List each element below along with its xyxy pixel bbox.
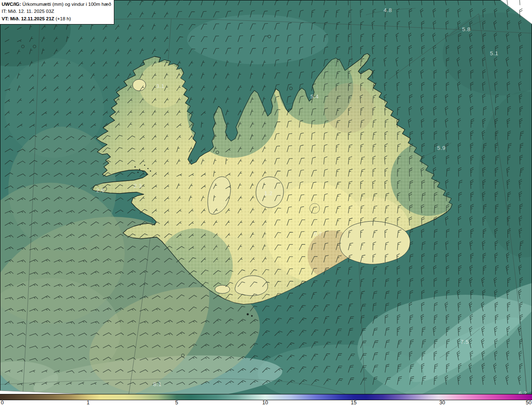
glacier-vatnajokull xyxy=(340,221,410,264)
colorbar-tick-label: 10 xyxy=(262,400,268,406)
product-id: UWC/IG: xyxy=(2,2,21,7)
weather-map-product: 4.85.85.13.15.45.92.32.61.20.77.58.16.2 … xyxy=(0,0,532,406)
contour-label: 1.2 xyxy=(264,190,273,196)
contour-label: 5.1 xyxy=(490,50,498,56)
valid-time-line: VT: Mið. 12.11.2025 21Z (+18 h) xyxy=(2,15,111,22)
contour-label: 2.3 xyxy=(134,183,142,189)
glacier-drangajokull xyxy=(133,79,146,91)
contour-label: 5.4 xyxy=(310,93,319,100)
contour-label: 6.2 xyxy=(519,390,527,394)
contour-label: 4.8 xyxy=(384,7,392,13)
contour-label: 5.9 xyxy=(437,145,446,151)
contour-label: 5.8 xyxy=(462,26,470,32)
product-description: Úrkomumætti (mm) og vindur i 100m hæð xyxy=(21,2,111,7)
init-time: IT: Mið. 12. 11. 2025 03Z xyxy=(2,8,111,15)
colorbar-labels: 01510153050 xyxy=(0,400,532,406)
title-box: UWC/IG: Úrkomumætti (mm) og vindur i 100… xyxy=(0,0,114,24)
glacier-eyjafjallajokull xyxy=(215,285,230,293)
colorbar-tick-label: 50 xyxy=(526,400,532,406)
valid-time: VT: Mið. 12.11.2025 21Z xyxy=(2,16,54,21)
weather-map-canvas: 4.85.85.13.15.45.92.32.61.20.77.58.16.2 xyxy=(0,0,532,394)
contour-label: 0.7 xyxy=(314,231,322,237)
colorbar-tick-label: 15 xyxy=(351,400,357,406)
precipitation-colorbar xyxy=(0,394,532,400)
lead-time: (+18 h) xyxy=(54,16,71,21)
contour-label: 8.1 xyxy=(153,381,162,387)
contour-label: 3.1 xyxy=(156,83,165,89)
colorbar-tick-label: 0 xyxy=(1,400,4,406)
title-line-1: UWC/IG: Úrkomumætti (mm) og vindur i 100… xyxy=(2,1,111,8)
contour-label: 7.5 xyxy=(461,339,469,345)
colorbar-tick-label: 1 xyxy=(87,400,90,406)
colorbar-tick-label: 5 xyxy=(175,400,178,406)
colorbar-tick-label: 30 xyxy=(439,400,445,406)
contour-label: 2.6 xyxy=(96,187,105,193)
